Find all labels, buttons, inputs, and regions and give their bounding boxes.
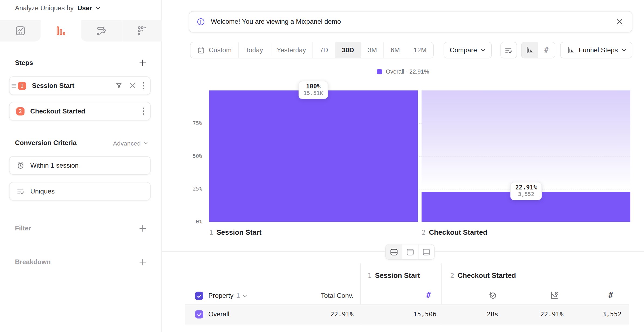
advanced-dropdown[interactable]: Advanced <box>113 140 148 147</box>
date-label: 3M <box>368 46 377 54</box>
date-7d-button[interactable]: 7D <box>313 42 335 58</box>
view-label: Funnel Steps <box>579 46 618 54</box>
chart-legend[interactable]: Overall · 22.91% <box>162 68 644 75</box>
tab-insights[interactable] <box>0 20 40 42</box>
add-filter-button[interactable] <box>139 224 147 233</box>
counting-method-label: Uniques <box>30 188 54 195</box>
remove-step-icon[interactable] <box>129 82 136 89</box>
property-dropdown[interactable]: Property 1 <box>208 292 247 299</box>
welcome-banner: Welcome! You are viewing a Mixpanel demo <box>189 11 632 32</box>
date-12m-button[interactable]: 12M <box>407 42 433 58</box>
counting-toggle-button[interactable] <box>500 42 517 58</box>
funnel-bar-session-start[interactable] <box>209 90 418 222</box>
group-name: Session Start <box>375 272 420 280</box>
count-metric-icon[interactable]: # <box>608 290 613 300</box>
date-3m-button[interactable]: 3M <box>361 42 384 58</box>
group-name: Checkout Started <box>458 272 516 280</box>
breakdown-label: Breakdown <box>15 258 51 266</box>
drag-handle-icon[interactable] <box>11 83 17 88</box>
advanced-label: Advanced <box>113 140 141 147</box>
conversion-window-card[interactable]: Within 1 session <box>9 156 151 175</box>
step-number-badge: 1 <box>18 82 26 90</box>
add-step-button[interactable] <box>139 59 147 67</box>
row-total-conv: 22.91% <box>291 311 354 318</box>
date-6m-button[interactable]: 6M <box>384 42 407 58</box>
step-name: Checkout Started <box>429 229 487 237</box>
date-label: 6M <box>391 46 400 54</box>
compare-button[interactable]: Compare <box>444 42 492 58</box>
step-card-session-start[interactable]: 1 Session Start <box>9 77 151 95</box>
bar-value-tooltip: 100% 15.51K <box>299 81 328 99</box>
row-name: Overall <box>208 311 229 318</box>
y-axis-tick: 75% <box>179 120 202 126</box>
uniques-list-icon <box>16 187 25 196</box>
funnel-bar-checkout-started[interactable] <box>422 90 630 222</box>
step-number: 1 <box>209 229 213 236</box>
date-yesterday-button[interactable]: Yesterday <box>270 42 313 58</box>
filter-section: Filter <box>15 224 147 233</box>
calendar-icon <box>197 46 205 54</box>
top-panel-icon <box>406 248 415 256</box>
table-group-session-start: 1 Session Start <box>368 272 420 280</box>
count-metric-icon-selected[interactable]: # <box>426 290 431 300</box>
steps-title: Steps <box>15 59 33 67</box>
legend-label: Overall · 22.91% <box>386 68 429 75</box>
bar-chart-icon <box>566 46 575 54</box>
table-only-toggle[interactable] <box>418 244 434 259</box>
analyze-header: Analyze Uniques by User <box>15 5 100 12</box>
tooltip-percent: 22.91% <box>515 184 537 191</box>
conversion-rate-icon[interactable] <box>549 290 559 300</box>
uniques-list-icon <box>504 46 513 54</box>
select-all-checkbox[interactable] <box>195 292 203 300</box>
group-number: 1 <box>368 272 372 279</box>
breakdown-section: Breakdown <box>15 258 147 266</box>
property-number: 1 <box>236 292 240 299</box>
step-label[interactable]: Checkout Started <box>30 108 85 115</box>
analyze-by-dropdown[interactable]: User <box>77 5 92 12</box>
metric-format-segment: # <box>521 42 555 58</box>
tab-funnels[interactable] <box>40 20 81 42</box>
x-axis-label-checkout-started: 2 Checkout Started <box>422 229 487 237</box>
conversion-criteria-title: Conversion Criteria <box>15 139 76 147</box>
split-view-toggle[interactable] <box>386 244 402 259</box>
step-menu-icon[interactable] <box>142 82 145 89</box>
flows-icon <box>96 26 107 36</box>
add-breakdown-button[interactable] <box>139 258 147 266</box>
group-number: 2 <box>450 272 454 279</box>
mixpanel-funnel-app: Analyze Uniques by User <box>0 0 644 332</box>
chart-only-toggle[interactable] <box>402 244 418 259</box>
tab-retention[interactable] <box>121 20 162 42</box>
date-custom-button[interactable]: Custom <box>190 42 239 58</box>
y-axis-tick: 50% <box>179 153 202 159</box>
x-axis-label-session-start: 1 Session Start <box>209 229 261 237</box>
row-checkbox[interactable] <box>195 310 203 318</box>
date-today-button[interactable]: Today <box>239 42 270 58</box>
funnel-bar-converted[interactable] <box>209 90 418 222</box>
counting-method-card[interactable]: Uniques <box>9 182 151 200</box>
total-conv-header[interactable]: Total Conv. <box>286 292 354 299</box>
row-avg-time: 28s <box>472 311 513 318</box>
conversion-window-label: Within 1 session <box>30 162 78 169</box>
funnel-steps-view-button[interactable]: Funnel Steps <box>560 42 632 58</box>
date-30d-button[interactable]: 30D <box>335 42 361 58</box>
step-label[interactable]: Session Start <box>32 82 74 89</box>
avg-time-icon[interactable] <box>488 290 497 300</box>
funnels-icon <box>55 26 66 36</box>
banner-close-icon[interactable] <box>616 19 623 25</box>
row-step1-count: 15,506 <box>374 311 437 318</box>
tab-flows[interactable] <box>81 20 121 42</box>
step-card-checkout-started[interactable]: 2 Checkout Started <box>9 102 151 120</box>
chart-controls: Custom Today Yesterday 7D 30D 3M 6M 12M … <box>190 42 632 58</box>
y-axis-tick: 25% <box>179 186 202 192</box>
steps-header: Steps <box>15 59 147 67</box>
filter-step-icon[interactable] <box>115 82 123 89</box>
date-label: Today <box>245 46 263 54</box>
step-menu-icon[interactable] <box>142 107 145 115</box>
conversion-criteria-header: Conversion Criteria Advanced <box>15 139 148 147</box>
chevron-down-icon[interactable] <box>96 6 100 10</box>
number-view-toggle[interactable]: # <box>538 42 555 58</box>
date-label: Custom <box>209 46 232 54</box>
property-label: Property <box>208 292 233 299</box>
analyze-label: Analyze Uniques by <box>15 5 74 12</box>
bar-view-toggle[interactable] <box>522 42 538 58</box>
